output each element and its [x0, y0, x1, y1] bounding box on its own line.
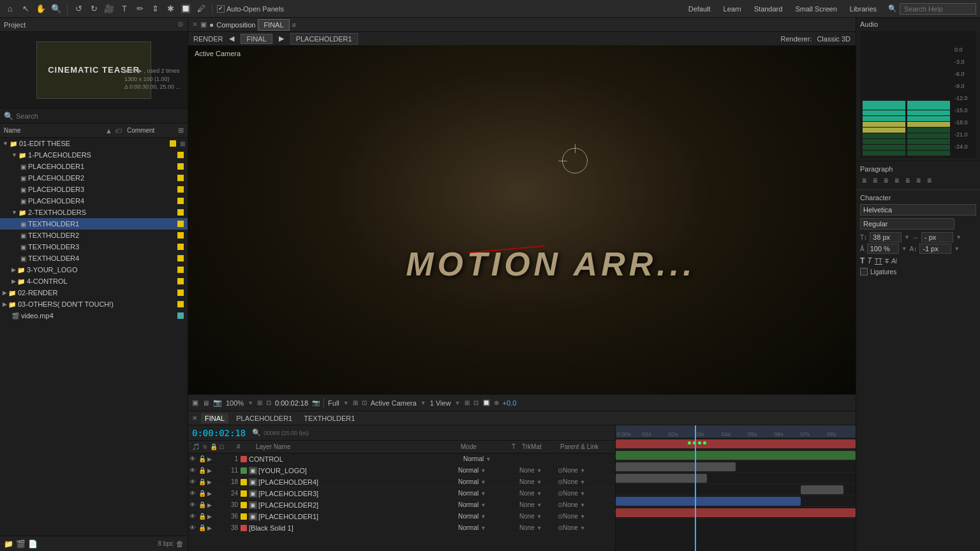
shape-tool[interactable]: ✱ [164, 3, 177, 15]
layer-lock-1[interactable]: 🔓 [198, 455, 207, 462]
layer-parent-30[interactable]: None ▼ [563, 501, 614, 508]
expand-4control[interactable]: ▶ [11, 278, 16, 284]
vp-mode-label[interactable]: 1 View [430, 399, 451, 407]
char-leading-arrow[interactable]: ▼ [902, 246, 907, 252]
layer-vis-38[interactable]: 👁 [189, 524, 198, 531]
layer-mode-38[interactable]: Normal ▼ [458, 524, 509, 531]
tree-item-02render[interactable]: ▶ 📁 02-RENDER [0, 287, 188, 298]
vp-view-label[interactable]: Active Camera [371, 399, 417, 407]
layer-lock-24[interactable]: 🔒 [198, 490, 207, 497]
layer-mode-11[interactable]: Normal ▼ [458, 467, 509, 474]
tl-work-area[interactable] [616, 425, 856, 438]
align-justify2-btn[interactable]: ≡ [903, 175, 912, 186]
add-item-icon[interactable]: ⊞ [178, 126, 184, 135]
layer-vis-24[interactable]: 👁 [189, 490, 198, 497]
layer-parent-18[interactable]: None ▼ [563, 478, 614, 485]
layer-expand-30[interactable]: ▶ [207, 502, 216, 508]
layer-expand-38[interactable]: ▶ [207, 525, 216, 531]
ligatures-checkbox[interactable] [860, 268, 868, 276]
layer-lock-18[interactable]: 🔒 [198, 478, 207, 485]
clone-tool[interactable]: ⇕ [149, 3, 161, 15]
layer-vis-18[interactable]: 👁 [189, 478, 198, 485]
tree-item-th1[interactable]: ▣ TEXTHOLDER1 [0, 218, 188, 230]
layer-parent-38[interactable]: None ▼ [563, 524, 614, 531]
footage-icon[interactable]: 📄 [28, 540, 38, 548]
tree-item-ph1[interactable]: ▣ PLACEHOLDER1 [0, 161, 188, 172]
comp-close-icon[interactable]: ✕ [192, 20, 198, 29]
char-tracking-arrow[interactable]: ▼ [956, 234, 961, 240]
project-label[interactable]: Project [4, 21, 26, 29]
label-icon[interactable]: 🏷 [115, 127, 122, 135]
tree-item-2textholders[interactable]: ▼ 📁 2-TEXTHOLDERS [0, 207, 188, 218]
layer-mode-36[interactable]: Normal ▼ [458, 513, 509, 520]
layer-expand-24[interactable]: ▶ [207, 490, 216, 497]
char-tracking-input[interactable] [921, 232, 953, 242]
char-baseline-arrow[interactable]: ▼ [954, 246, 960, 252]
project-search-input[interactable] [16, 112, 184, 120]
pen-tool[interactable]: ✏ [133, 3, 146, 15]
tree-item-4control[interactable]: ▶ 📁 4-CONTROL [0, 276, 188, 287]
track-clip-30[interactable] [801, 485, 844, 494]
layer-trkmat-18[interactable]: None ▼ [519, 478, 558, 485]
expand-2th[interactable]: ▼ [11, 209, 17, 216]
layer-expand-1[interactable]: ▶ [207, 456, 216, 462]
layer-lock-38[interactable]: 🔒 [198, 524, 207, 531]
tree-item-01edit[interactable]: ▼ 📁 01-EDIT THESE ⊞ [0, 138, 188, 149]
auto-open-checkbox[interactable] [217, 5, 225, 13]
comp-panel-icon[interactable]: ▣ [200, 20, 207, 29]
layer-vis-1[interactable]: 👁 [189, 455, 198, 462]
vp-icon10[interactable]: 🔲 [482, 399, 490, 406]
tree-item-ph2[interactable]: ▣ PLACEHOLDER2 [0, 172, 188, 184]
vp-zoom[interactable]: 100% [226, 399, 244, 407]
puppet-tool[interactable]: 🔲 [179, 3, 192, 15]
redo-icon[interactable]: ↻ [87, 3, 100, 15]
workspace-learn[interactable]: Learn [720, 4, 745, 14]
layer-lock-36[interactable]: 🔒 [198, 513, 207, 520]
track-clip-11[interactable] [616, 451, 856, 460]
layer-parent-24[interactable]: None ▼ [563, 490, 614, 497]
workspace-libraries[interactable]: Libraries [846, 4, 880, 14]
workspace-default[interactable]: Default [685, 4, 715, 14]
layer-parent-11[interactable]: None ▼ [563, 467, 614, 474]
char-font-input[interactable] [860, 204, 976, 216]
text-tool[interactable]: T [118, 3, 131, 15]
tree-item-1placeholders[interactable]: ▼ 📁 1-PLACEHOLDERS [0, 149, 188, 161]
vp-icons-left[interactable]: ▣ [192, 399, 198, 407]
layer-vis-30[interactable]: 👁 [189, 501, 198, 508]
tl-tab-placeholder1[interactable]: PLACEHOLDER1 [232, 413, 296, 423]
align-center-btn[interactable]: ≡ [871, 175, 879, 186]
tree-item-03others[interactable]: ▶ 📁 03-OTHERS( DON'T TOUCH!) [0, 298, 188, 310]
align-justify3-btn[interactable]: ≡ [914, 175, 923, 186]
vp-view-arrow[interactable]: ▼ [420, 400, 426, 406]
vp-icon2[interactable]: 🖥 [202, 399, 209, 407]
tree-item-th4[interactable]: ▣ TEXTHOLDER4 [0, 253, 188, 264]
char-italic-btn[interactable]: T [867, 256, 872, 265]
undo-icon[interactable]: ↺ [72, 3, 85, 15]
layer-expand-11[interactable]: ▶ [207, 467, 216, 474]
track-clip-24[interactable] [616, 474, 707, 483]
layer-mode-1[interactable]: Normal ▼ [463, 455, 514, 462]
expand-02render[interactable]: ▶ [3, 290, 7, 296]
char-leading-input[interactable] [867, 244, 899, 254]
comp-options-icon[interactable]: ≡ [292, 21, 296, 29]
tl-timecode[interactable]: 0:00:02:18 [192, 428, 246, 438]
vp-icon11[interactable]: ⊕ [494, 399, 499, 406]
trash-icon[interactable]: 🗑 [176, 540, 184, 548]
expand-1ph[interactable]: ▼ [11, 152, 17, 158]
layer-expand-36[interactable]: ▶ [207, 513, 216, 520]
tree-item-th2[interactable]: ▣ TEXTHOLDER2 [0, 230, 188, 241]
tree-item-ph3[interactable]: ▣ PLACEHOLDER3 [0, 184, 188, 195]
align-left-btn[interactable]: ≡ [860, 175, 868, 186]
align-justify-btn[interactable]: ≡ [893, 175, 901, 186]
nav-prev[interactable]: ◀ [228, 34, 235, 43]
layer-parent-36[interactable]: None ▼ [563, 513, 614, 520]
tree-item-3logo[interactable]: ▶ 📁 3-YOUR_LOGO [0, 264, 188, 276]
workspace-smallscreen[interactable]: Small Screen [791, 4, 840, 14]
nav-next[interactable]: ▶ [278, 34, 285, 43]
char-size-arrow[interactable]: ▼ [904, 234, 910, 240]
vp-icon8[interactable]: ⊞ [464, 399, 470, 406]
layer-mode-18[interactable]: Normal ▼ [458, 478, 509, 485]
vp-icon7[interactable]: ⊡ [362, 399, 367, 406]
tab-final-render[interactable]: FINAL [241, 34, 272, 44]
layer-trkmat-36[interactable]: None ▼ [519, 513, 558, 520]
